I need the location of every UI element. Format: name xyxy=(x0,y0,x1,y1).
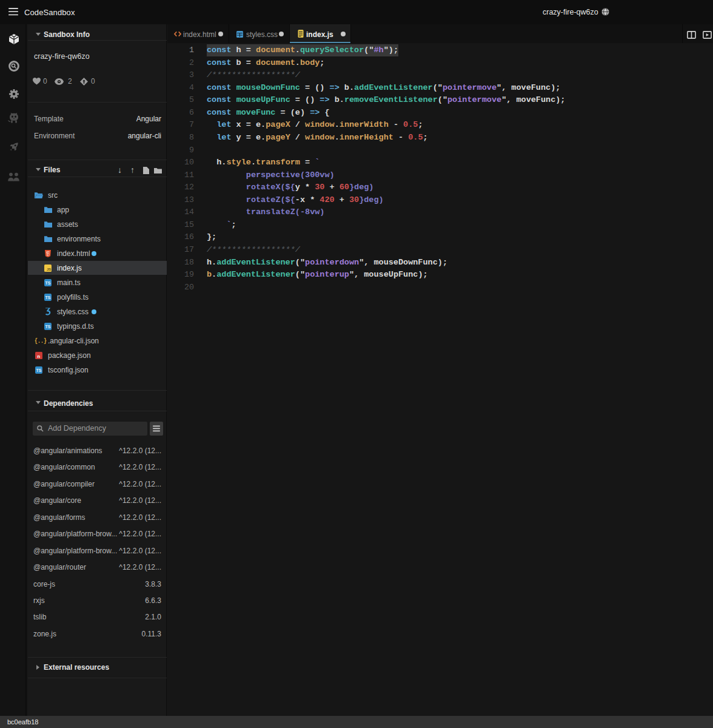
svg-text:JS: JS xyxy=(47,268,51,271)
svg-text:TS: TS xyxy=(45,325,51,329)
svg-text:{..}: {..} xyxy=(35,338,47,344)
svg-text:n: n xyxy=(37,354,40,359)
svg-text:TS: TS xyxy=(36,368,42,372)
svg-text:TS: TS xyxy=(45,281,51,285)
svg-text:TS: TS xyxy=(45,295,51,300)
